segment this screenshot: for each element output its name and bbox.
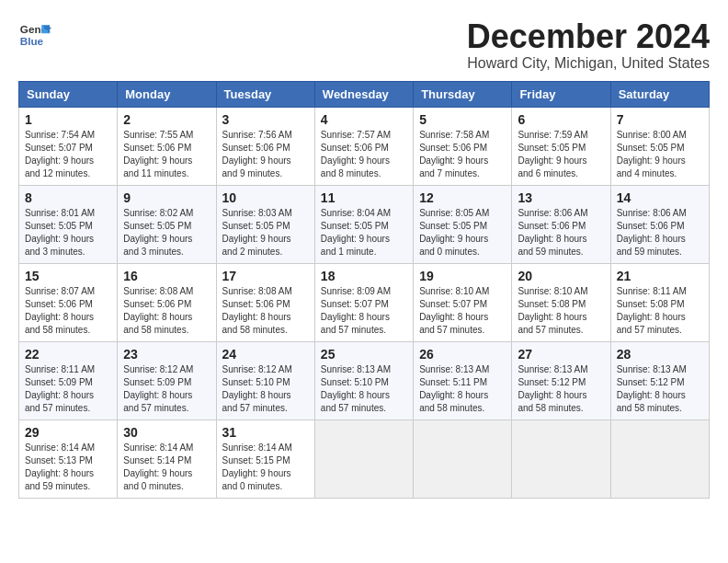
day-number: 28	[617, 347, 703, 362]
calendar-cell	[414, 419, 512, 498]
day-detail: Sunrise: 8:13 AMSunset: 5:12 PMDaylight:…	[617, 364, 687, 413]
day-detail: Sunrise: 8:01 AMSunset: 5:05 PMDaylight:…	[25, 208, 95, 257]
calendar-cell: 19 Sunrise: 8:10 AMSunset: 5:07 PMDaylig…	[414, 263, 512, 341]
day-detail: Sunrise: 8:12 AMSunset: 5:09 PMDaylight:…	[123, 364, 193, 413]
calendar-cell: 2 Sunrise: 7:55 AMSunset: 5:06 PMDayligh…	[118, 107, 216, 185]
calendar-cell: 6 Sunrise: 7:59 AMSunset: 5:05 PMDayligh…	[512, 107, 610, 185]
day-number: 25	[321, 347, 407, 362]
calendar-cell: 7 Sunrise: 8:00 AMSunset: 5:05 PMDayligh…	[610, 107, 709, 185]
day-detail: Sunrise: 7:59 AMSunset: 5:05 PMDaylight:…	[518, 130, 587, 178]
day-detail: Sunrise: 8:13 AMSunset: 5:10 PMDaylight:…	[321, 364, 391, 413]
calendar-cell: 23 Sunrise: 8:12 AMSunset: 5:09 PMDaylig…	[118, 341, 216, 419]
calendar-cell: 3 Sunrise: 7:56 AMSunset: 5:06 PMDayligh…	[216, 107, 314, 185]
calendar-week-5: 29 Sunrise: 8:14 AMSunset: 5:13 PMDaylig…	[19, 419, 710, 498]
day-number: 5	[419, 112, 506, 127]
day-number: 24	[222, 347, 309, 362]
day-number: 7	[617, 112, 703, 127]
day-number: 21	[617, 269, 703, 283]
day-number: 27	[518, 347, 604, 362]
day-number: 26	[419, 347, 506, 362]
day-detail: Sunrise: 7:58 AMSunset: 5:06 PMDaylight:…	[419, 130, 489, 178]
day-detail: Sunrise: 8:08 AMSunset: 5:06 PMDaylight:…	[222, 286, 292, 335]
calendar-cell: 13 Sunrise: 8:06 AMSunset: 5:06 PMDaylig…	[512, 185, 610, 263]
calendar-cell: 9 Sunrise: 8:02 AMSunset: 5:05 PMDayligh…	[118, 185, 216, 263]
day-number: 20	[518, 269, 604, 283]
day-detail: Sunrise: 8:00 AMSunset: 5:05 PMDaylight:…	[617, 130, 687, 178]
day-detail: Sunrise: 8:03 AMSunset: 5:05 PMDaylight:…	[222, 208, 292, 257]
logo: General Blue	[18, 18, 51, 52]
day-number: 2	[123, 112, 210, 127]
day-detail: Sunrise: 8:07 AMSunset: 5:06 PMDaylight:…	[25, 286, 95, 335]
calendar-cell: 22 Sunrise: 8:11 AMSunset: 5:09 PMDaylig…	[19, 341, 118, 419]
calendar-header-row: SundayMondayTuesdayWednesdayThursdayFrid…	[19, 81, 710, 107]
calendar-cell: 26 Sunrise: 8:13 AMSunset: 5:11 PMDaylig…	[414, 341, 512, 419]
calendar-body: 1 Sunrise: 7:54 AMSunset: 5:07 PMDayligh…	[19, 107, 710, 498]
calendar-cell: 27 Sunrise: 8:13 AMSunset: 5:12 PMDaylig…	[512, 341, 610, 419]
calendar-cell: 15 Sunrise: 8:07 AMSunset: 5:06 PMDaylig…	[19, 263, 118, 341]
day-detail: Sunrise: 8:14 AMSunset: 5:14 PMDaylight:…	[123, 442, 193, 491]
day-number: 4	[321, 112, 407, 127]
day-number: 14	[617, 190, 703, 205]
day-number: 6	[518, 112, 604, 127]
calendar-week-1: 1 Sunrise: 7:54 AMSunset: 5:07 PMDayligh…	[19, 107, 710, 185]
calendar-cell	[512, 419, 610, 498]
calendar-cell: 4 Sunrise: 7:57 AMSunset: 5:06 PMDayligh…	[314, 107, 413, 185]
day-detail: Sunrise: 8:09 AMSunset: 5:07 PMDaylight:…	[321, 286, 391, 335]
calendar-week-3: 15 Sunrise: 8:07 AMSunset: 5:06 PMDaylig…	[19, 263, 710, 341]
day-detail: Sunrise: 8:02 AMSunset: 5:05 PMDaylight:…	[123, 208, 193, 257]
day-detail: Sunrise: 8:11 AMSunset: 5:09 PMDaylight:…	[25, 364, 95, 413]
day-detail: Sunrise: 8:06 AMSunset: 5:06 PMDaylight:…	[518, 208, 587, 257]
day-number: 23	[123, 347, 210, 362]
day-number: 15	[25, 269, 111, 283]
calendar-cell: 8 Sunrise: 8:01 AMSunset: 5:05 PMDayligh…	[19, 185, 118, 263]
calendar-cell: 21 Sunrise: 8:11 AMSunset: 5:08 PMDaylig…	[610, 263, 709, 341]
calendar-cell: 24 Sunrise: 8:12 AMSunset: 5:10 PMDaylig…	[216, 341, 314, 419]
calendar-header-sunday: Sunday	[19, 81, 118, 107]
calendar-cell: 31 Sunrise: 8:14 AMSunset: 5:15 PMDaylig…	[216, 419, 314, 498]
day-number: 30	[123, 425, 210, 440]
day-detail: Sunrise: 8:12 AMSunset: 5:10 PMDaylight:…	[222, 364, 292, 413]
day-number: 29	[25, 425, 111, 440]
day-detail: Sunrise: 8:08 AMSunset: 5:06 PMDaylight:…	[123, 286, 193, 335]
day-number: 10	[222, 190, 309, 205]
calendar-header-thursday: Thursday	[414, 81, 512, 107]
day-detail: Sunrise: 8:14 AMSunset: 5:15 PMDaylight:…	[222, 442, 292, 491]
day-detail: Sunrise: 8:05 AMSunset: 5:05 PMDaylight:…	[419, 208, 489, 257]
day-number: 31	[222, 425, 309, 440]
day-detail: Sunrise: 8:10 AMSunset: 5:07 PMDaylight:…	[419, 286, 489, 335]
logo-icon: General Blue	[18, 18, 51, 52]
day-detail: Sunrise: 7:54 AMSunset: 5:07 PMDaylight:…	[25, 130, 95, 178]
calendar-cell: 12 Sunrise: 8:05 AMSunset: 5:05 PMDaylig…	[414, 185, 512, 263]
day-detail: Sunrise: 8:06 AMSunset: 5:06 PMDaylight:…	[617, 208, 687, 257]
calendar-cell: 1 Sunrise: 7:54 AMSunset: 5:07 PMDayligh…	[19, 107, 118, 185]
day-detail: Sunrise: 8:13 AMSunset: 5:11 PMDaylight:…	[419, 364, 489, 413]
day-number: 19	[419, 269, 506, 283]
day-detail: Sunrise: 8:13 AMSunset: 5:12 PMDaylight:…	[518, 364, 587, 413]
calendar: SundayMondayTuesdayWednesdayThursdayFrid…	[18, 81, 710, 499]
day-number: 3	[222, 112, 309, 127]
day-detail: Sunrise: 7:55 AMSunset: 5:06 PMDaylight:…	[123, 130, 193, 178]
day-number: 13	[518, 190, 604, 205]
main-title: December 2024	[467, 18, 710, 55]
day-detail: Sunrise: 8:04 AMSunset: 5:05 PMDaylight:…	[321, 208, 391, 257]
calendar-cell	[610, 419, 709, 498]
calendar-cell: 18 Sunrise: 8:09 AMSunset: 5:07 PMDaylig…	[314, 263, 413, 341]
calendar-cell: 14 Sunrise: 8:06 AMSunset: 5:06 PMDaylig…	[610, 185, 709, 263]
day-number: 8	[25, 190, 111, 205]
subtitle: Howard City, Michigan, United States	[467, 55, 710, 72]
calendar-cell: 25 Sunrise: 8:13 AMSunset: 5:10 PMDaylig…	[314, 341, 413, 419]
day-number: 9	[123, 190, 210, 205]
calendar-cell: 17 Sunrise: 8:08 AMSunset: 5:06 PMDaylig…	[216, 263, 314, 341]
day-detail: Sunrise: 8:10 AMSunset: 5:08 PMDaylight:…	[518, 286, 587, 335]
calendar-header-monday: Monday	[118, 81, 216, 107]
calendar-header-wednesday: Wednesday	[314, 81, 413, 107]
calendar-cell: 5 Sunrise: 7:58 AMSunset: 5:06 PMDayligh…	[414, 107, 512, 185]
calendar-cell	[314, 419, 413, 498]
day-detail: Sunrise: 8:14 AMSunset: 5:13 PMDaylight:…	[25, 442, 95, 491]
day-number: 1	[25, 112, 111, 127]
calendar-cell: 30 Sunrise: 8:14 AMSunset: 5:14 PMDaylig…	[118, 419, 216, 498]
calendar-cell: 20 Sunrise: 8:10 AMSunset: 5:08 PMDaylig…	[512, 263, 610, 341]
day-number: 22	[25, 347, 111, 362]
calendar-header-friday: Friday	[512, 81, 610, 107]
title-area: December 2024 Howard City, Michigan, Uni…	[467, 18, 710, 72]
